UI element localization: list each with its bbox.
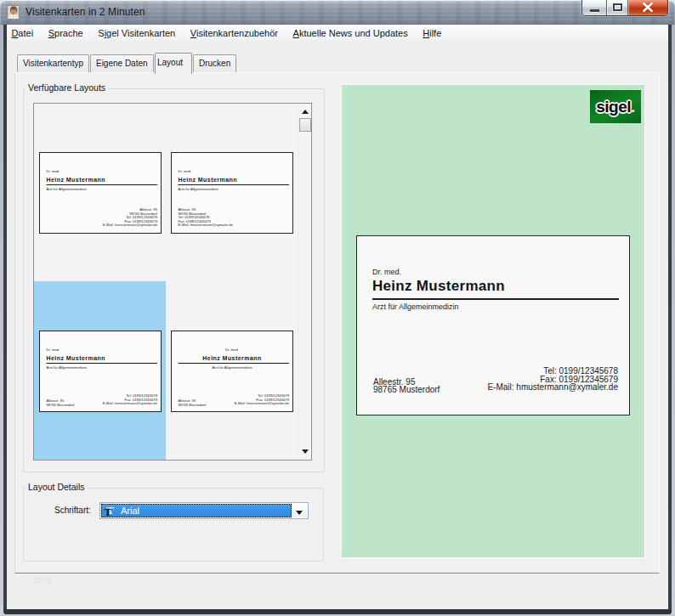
close-icon — [643, 3, 653, 12]
sigel-logo-dot: . — [631, 98, 635, 116]
thumb-contact-block: Alleestr. 95 98765 Musterdorf Tel: 0199/… — [179, 208, 233, 228]
menu-hilfe[interactable]: Hilfe — [415, 25, 449, 42]
card-name-rule — [372, 298, 619, 300]
minimize-button[interactable] — [582, 0, 607, 15]
card-city: 98765 Musterdorf — [373, 386, 440, 394]
font-combobox-value: Arial — [121, 506, 139, 516]
tab-page: Verfügbare Layouts Dr. med. Heinz Muster… — [14, 72, 660, 574]
thumb-card-rule — [47, 363, 158, 364]
thumb-card-rule — [179, 184, 290, 185]
scroll-up-icon[interactable] — [302, 110, 309, 114]
menu-sigel-visitenkarten[interactable]: Sigel Visitenkarten — [90, 25, 183, 42]
close-button[interactable] — [628, 0, 667, 15]
tab-visitenkartentyp[interactable]: Visitenkartentyp — [17, 54, 89, 72]
layout-option-2[interactable]: Dr. med. Heinz Mustermann Arzt für Allge… — [171, 152, 293, 234]
business-card-preview: Dr. med. Heinz Mustermann Arzt für Allge… — [356, 235, 630, 415]
font-combobox-dropdown-button[interactable] — [292, 504, 307, 517]
thumb-card-title: Dr. med. — [179, 169, 192, 173]
layout-option-4[interactable]: Dr. med. Heinz Mustermann Arzt für Allge… — [171, 331, 293, 412]
menu-visitenkartenzubehoer[interactable]: Visitenkartenzubehör — [183, 25, 286, 42]
menu-label-post: atei — [18, 28, 33, 38]
tab-strip: Visitenkartentyp Eigene Daten Layout Dru… — [17, 52, 237, 72]
tab-eigene-daten[interactable]: Eigene Daten — [90, 54, 154, 72]
card-city: 98765 Musterdorf — [47, 403, 75, 407]
menu-label-post: prache — [54, 28, 83, 38]
tab-layout[interactable]: Layout — [155, 53, 192, 74]
window-title: Visitenkarten in 2 Minuten — [26, 6, 145, 18]
thumb-card-profession: Arzt für Allgemeinmedizin — [172, 365, 292, 370]
thumb-address-block: Alleestr. 95 98765 Musterdorf — [179, 399, 207, 407]
scroll-down-icon[interactable] — [302, 449, 309, 454]
thumb-card-profession: Arzt für Allgemeinmedizin — [47, 365, 87, 370]
thumb-card-profession: Arzt für Allgemeinmedizin — [179, 187, 218, 191]
card-email: E-Mail: hmustermann@xymaler.de — [179, 223, 233, 228]
menu-label-post: isitenkartenzubehör — [196, 28, 278, 38]
menu-label-post: ktuelle News und Updates — [299, 28, 408, 38]
menu-sprache[interactable]: Sprache — [41, 25, 91, 42]
thumb-card-rule — [179, 363, 290, 364]
details-group-title: Layout Details — [26, 482, 88, 492]
layout-list[interactable]: Dr. med. Heinz Mustermann Arzt für Allge… — [33, 103, 312, 461]
sigel-logo-text: sigel — [596, 98, 631, 116]
layout-option-3-selected[interactable]: Dr. med. Heinz Mustermann Arzt für Allge… — [39, 331, 162, 412]
watermark-text: blog — [34, 574, 52, 585]
thumb-contact-block: Tel: 0199/12345678 Fax: 0199/12345679 E-… — [103, 394, 157, 406]
scrollbar-thumb[interactable] — [299, 118, 311, 132]
window-frame-right-outer — [672, 25, 675, 614]
card-email: E-Mail: hmustermann@xymaler.de — [235, 402, 289, 406]
sigel-logo: sigel. — [590, 90, 641, 123]
font-combobox-selection: TT Arial — [101, 504, 292, 517]
thumb-card-title: Dr. med. — [47, 169, 60, 173]
menu-aktuelle-news[interactable]: Aktuelle News und Updates — [286, 25, 416, 42]
menu-label-post: ilfe — [429, 28, 441, 38]
card-email: E-Mail: hmustermann@xymaler.de — [103, 223, 157, 228]
thumb-card-title: Dr. med. — [172, 348, 292, 352]
menu-label-hotkey: V — [190, 28, 196, 38]
client-area: Datei Sprache Sigel Visitenkarten Visite… — [7, 25, 668, 609]
card-email: E-Mail: hmustermann@xymaler.de — [103, 402, 157, 406]
app-icon — [7, 5, 20, 19]
layout-list-scrollbar[interactable] — [298, 104, 311, 460]
thumb-address-block: Alleestr. 95 98765 Musterdorf — [47, 399, 75, 407]
card-name: Heinz Mustermann — [372, 278, 505, 295]
card-city: 98765 Musterdorf — [179, 403, 207, 407]
font-label: Schriftart: — [54, 506, 91, 515]
thumb-card-name: Heinz Mustermann — [179, 177, 237, 184]
card-profession: Arzt für Allgemeinmedizin — [372, 302, 459, 311]
dropdown-arrow-icon — [296, 511, 303, 515]
thumb-card-profession: Arzt für Allgemeinmedizin — [47, 187, 87, 191]
title-bar[interactable]: Visitenkarten in 2 Minuten — [0, 0, 675, 25]
card-contact: Tel: 0199/12345678 Fax: 0199/12345679 E-… — [487, 367, 618, 392]
application-window: Visitenkarten in 2 Minuten Datei Sprache… — [0, 0, 675, 616]
card-title: Dr. med. — [372, 268, 401, 276]
thumb-card-rule — [47, 184, 158, 185]
card-address: Alleestr. 95 98765 Musterdorf — [373, 378, 440, 394]
details-groupbox — [23, 488, 324, 562]
font-combobox[interactable]: TT Arial — [99, 502, 309, 519]
menu-label-post: gel Visitenkarten — [106, 28, 175, 38]
thumb-contact-block: Tel: 0199/12345678 Fax: 0199/12345679 E-… — [235, 394, 289, 406]
caption-buttons — [581, 0, 668, 16]
thumb-card-name: Heinz Mustermann — [47, 355, 105, 362]
thumb-card-name: Heinz Mustermann — [47, 177, 105, 184]
thumb-contact-block: Alleestr. 95 98765 Musterdorf Tel: 0199/… — [103, 208, 157, 228]
thumb-card-name: Heinz Mustermann — [172, 355, 292, 362]
maximize-button[interactable] — [607, 0, 628, 15]
minimize-icon — [590, 9, 599, 12]
menu-label-hotkey: A — [293, 28, 299, 38]
menu-label-pre: S — [98, 28, 104, 38]
thumb-card-title: Dr. med. — [47, 348, 60, 352]
truetype-font-icon: TT — [104, 506, 116, 517]
menu-label-hotkey: S — [48, 28, 54, 38]
preview-panel: sigel. Dr. med. Heinz Mustermann Arzt fü… — [342, 85, 644, 557]
card-email: E-Mail: hmustermann@xymaler.de — [487, 383, 618, 392]
menu-datei[interactable]: Datei — [4, 25, 41, 42]
maximize-icon — [613, 3, 622, 11]
layout-option-1[interactable]: Dr. med. Heinz Mustermann Arzt für Allge… — [39, 152, 162, 234]
tab-drucken[interactable]: Drucken — [193, 54, 236, 72]
menu-bar: Datei Sprache Sigel Visitenkarten Visite… — [7, 25, 668, 42]
layouts-group-title: Verfügbare Layouts — [26, 82, 108, 93]
